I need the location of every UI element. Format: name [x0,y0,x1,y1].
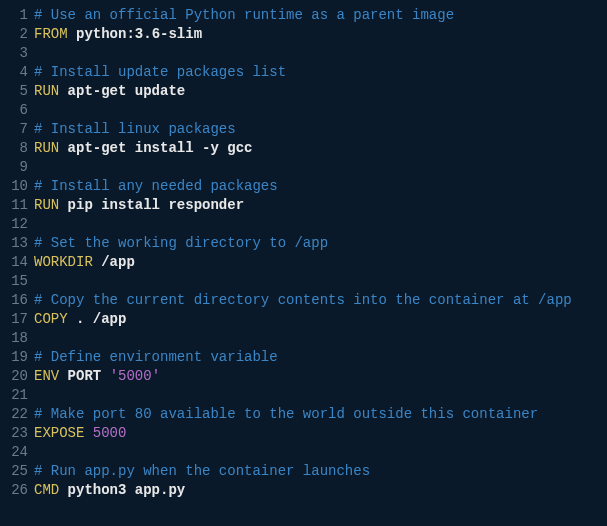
code-token: CMD [34,482,68,498]
code-line: RUN pip install responder [34,196,607,215]
line-number: 12 [0,215,28,234]
code-token: # Make port 80 available to the world ou… [34,406,538,422]
code-line [34,329,607,348]
code-line [34,443,607,462]
code-line: RUN apt-get update [34,82,607,101]
line-number: 16 [0,291,28,310]
line-number: 26 [0,481,28,500]
line-number: 18 [0,329,28,348]
line-number: 10 [0,177,28,196]
code-token: pip install responder [68,197,244,213]
line-number: 13 [0,234,28,253]
code-line: # Make port 80 available to the world ou… [34,405,607,424]
code-token: ENV [34,368,68,384]
line-number: 22 [0,405,28,424]
code-line [34,158,607,177]
code-token: RUN [34,140,68,156]
code-line: COPY . /app [34,310,607,329]
code-area: # Use an official Python runtime as a pa… [34,6,607,500]
code-token: . /app [76,311,126,327]
line-number: 6 [0,101,28,120]
code-line [34,44,607,63]
code-token: WORKDIR [34,254,101,270]
line-number: 11 [0,196,28,215]
code-line [34,386,607,405]
line-number: 3 [0,44,28,63]
line-number: 2 [0,25,28,44]
code-line: # Use an official Python runtime as a pa… [34,6,607,25]
code-token: # Define environment variable [34,349,278,365]
line-number: 4 [0,63,28,82]
line-number: 17 [0,310,28,329]
code-token: # Install any needed packages [34,178,278,194]
line-number: 9 [0,158,28,177]
code-line: # Set the working directory to /app [34,234,607,253]
line-number: 20 [0,367,28,386]
code-token: # Set the working directory to /app [34,235,328,251]
line-number: 1 [0,6,28,25]
code-token: # Install update packages list [34,64,286,80]
line-number: 21 [0,386,28,405]
line-number: 19 [0,348,28,367]
code-line: # Install update packages list [34,63,607,82]
code-token: # Use an official Python runtime as a pa… [34,7,454,23]
code-token: apt-get install -y gcc [68,140,253,156]
code-line: # Install linux packages [34,120,607,139]
code-line: # Copy the current directory contents in… [34,291,607,310]
code-token: apt-get update [68,83,186,99]
code-line: RUN apt-get install -y gcc [34,139,607,158]
line-number: 8 [0,139,28,158]
code-line: # Define environment variable [34,348,607,367]
code-line [34,101,607,120]
code-token: COPY [34,311,76,327]
line-number: 25 [0,462,28,481]
line-number: 14 [0,253,28,272]
line-number: 7 [0,120,28,139]
code-token: EXPOSE [34,425,93,441]
code-line: # Install any needed packages [34,177,607,196]
code-token: 5000 [93,425,127,441]
code-line: CMD python3 app.py [34,481,607,500]
code-token: # Copy the current directory contents in… [34,292,572,308]
line-number: 15 [0,272,28,291]
code-line: WORKDIR /app [34,253,607,272]
code-token: # Install linux packages [34,121,236,137]
code-token: # Run app.py when the container launches [34,463,370,479]
line-number: 23 [0,424,28,443]
code-line: ENV PORT '5000' [34,367,607,386]
line-number-gutter: 1234567891011121314151617181920212223242… [0,6,34,500]
code-token: /app [101,254,135,270]
code-editor: 1234567891011121314151617181920212223242… [0,0,607,506]
code-line: EXPOSE 5000 [34,424,607,443]
code-token: RUN [34,197,68,213]
code-token: PORT [68,368,110,384]
code-line [34,272,607,291]
code-line: FROM python:3.6-slim [34,25,607,44]
code-token: FROM [34,26,76,42]
line-number: 5 [0,82,28,101]
code-token: RUN [34,83,68,99]
code-line: # Run app.py when the container launches [34,462,607,481]
code-token: python:3.6-slim [76,26,202,42]
line-number: 24 [0,443,28,462]
code-line [34,215,607,234]
code-token: '5000' [110,368,160,384]
code-token: python3 app.py [68,482,186,498]
